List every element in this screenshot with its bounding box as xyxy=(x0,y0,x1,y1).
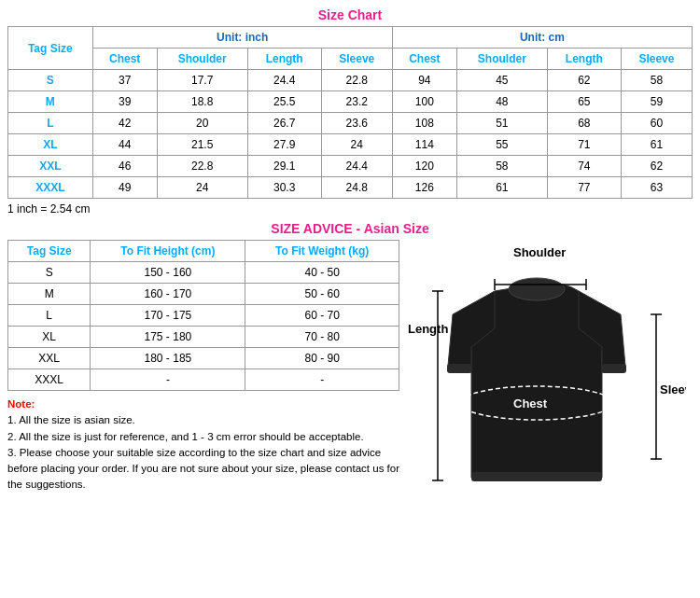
note-item: 3. Please choose your suitable size acco… xyxy=(7,445,399,494)
shoulder-text-label: Shoulder xyxy=(513,245,566,259)
advice-size-label: XL xyxy=(8,327,91,348)
garment-diagram: Length Shoulder Chest Sleeve xyxy=(406,240,686,538)
col-chest-cm: Chest xyxy=(392,49,456,70)
cm-chest: 100 xyxy=(392,91,456,113)
svg-rect-1 xyxy=(447,364,472,373)
inch-shoulder: 22.8 xyxy=(157,156,247,177)
inch-shoulder: 18.8 xyxy=(157,91,247,113)
unit-inch-header: Unit: inch xyxy=(92,27,392,49)
inch-sleeve: 24.8 xyxy=(321,177,392,199)
inch-length: 25.5 xyxy=(247,91,321,113)
advice-height: 180 - 185 xyxy=(91,348,245,369)
length-label: Length xyxy=(408,322,448,336)
advice-height: 170 - 175 xyxy=(91,305,245,327)
col-shoulder-cm: Shoulder xyxy=(456,49,547,70)
inch-chest: 42 xyxy=(92,113,157,134)
cm-chest: 114 xyxy=(392,134,456,156)
col-sleeve-inch: Sleeve xyxy=(321,49,392,70)
cm-length: 65 xyxy=(547,91,621,113)
inch-chest: 44 xyxy=(92,134,157,156)
svg-point-0 xyxy=(509,278,565,300)
advice-size-label: M xyxy=(8,284,91,305)
inch-shoulder: 24 xyxy=(157,177,247,199)
tag-size-header: Tag Size xyxy=(8,27,93,70)
garment-svg: Length Shoulder Chest Sleeve xyxy=(406,240,686,538)
cm-shoulder: 55 xyxy=(456,134,547,156)
note-item: 1. All the size is asian size. xyxy=(7,412,399,428)
advice-weight: - xyxy=(245,369,399,391)
advice-size-label: XXXL xyxy=(8,369,91,391)
inch-sleeve: 24.4 xyxy=(321,156,392,177)
size-label: L xyxy=(8,113,93,134)
inch-shoulder: 20 xyxy=(157,113,247,134)
advice-height: 160 - 170 xyxy=(91,284,245,305)
inch-length: 30.3 xyxy=(247,177,321,199)
size-label: XXXL xyxy=(8,177,93,199)
diagram-section: Length Shoulder Chest Sleeve xyxy=(399,240,693,538)
advice-weight: 40 - 50 xyxy=(245,262,399,284)
chest-text-label: Chest xyxy=(513,396,548,410)
cm-chest: 126 xyxy=(392,177,456,199)
advice-height-header: To Fit Height (cm) xyxy=(91,241,245,262)
note-item: 2. All the size is just for reference, a… xyxy=(7,429,399,445)
inch-chest: 37 xyxy=(92,70,157,91)
inch-length: 26.7 xyxy=(247,113,321,134)
advice-height: - xyxy=(91,369,245,391)
cm-chest: 108 xyxy=(392,113,456,134)
inch-sleeve: 23.6 xyxy=(321,113,392,134)
cm-length: 62 xyxy=(547,70,621,91)
cm-chest: 94 xyxy=(392,70,456,91)
note-section: Note: 1. All the size is asian size.2. A… xyxy=(7,396,399,494)
inch-chest: 39 xyxy=(92,91,157,113)
inch-note: 1 inch = 2.54 cm xyxy=(7,202,693,216)
advice-tag-size-header: Tag Size xyxy=(8,241,91,262)
cm-sleeve: 58 xyxy=(621,70,692,91)
inch-length: 29.1 xyxy=(247,156,321,177)
svg-rect-3 xyxy=(471,472,602,481)
advice-height: 150 - 160 xyxy=(91,262,245,284)
inch-sleeve: 24 xyxy=(321,134,392,156)
cm-length: 68 xyxy=(547,113,621,134)
size-label: S xyxy=(8,70,93,91)
col-length-cm: Length xyxy=(547,49,621,70)
cm-length: 71 xyxy=(547,134,621,156)
size-label: M xyxy=(8,91,93,113)
advice-weight: 60 - 70 xyxy=(245,305,399,327)
advice-size-label: L xyxy=(8,305,91,327)
advice-table: Tag Size To Fit Height (cm) To Fit Weigh… xyxy=(7,240,399,391)
inch-shoulder: 17.7 xyxy=(157,70,247,91)
inch-chest: 49 xyxy=(92,177,157,199)
col-length-inch: Length xyxy=(247,49,321,70)
inch-sleeve: 23.2 xyxy=(321,91,392,113)
cm-shoulder: 58 xyxy=(456,156,547,177)
inch-length: 24.4 xyxy=(247,70,321,91)
note-label: Note: xyxy=(7,398,35,410)
size-label: XXL xyxy=(8,156,93,177)
advice-size-label: S xyxy=(8,262,91,284)
advice-size-label: XXL xyxy=(8,348,91,369)
cm-length: 74 xyxy=(547,156,621,177)
inch-sleeve: 22.8 xyxy=(321,70,392,91)
advice-height: 175 - 180 xyxy=(91,327,245,348)
cm-chest: 120 xyxy=(392,156,456,177)
size-chart-table: Tag Size Unit: inch Unit: cm Chest Shoul… xyxy=(7,26,693,199)
left-section: Tag Size To Fit Height (cm) To Fit Weigh… xyxy=(7,240,399,538)
inch-chest: 46 xyxy=(92,156,157,177)
cm-shoulder: 48 xyxy=(456,91,547,113)
cm-sleeve: 63 xyxy=(621,177,692,199)
col-sleeve-cm: Sleeve xyxy=(621,49,692,70)
inch-length: 27.9 xyxy=(247,134,321,156)
sleeve-text-label: Sleeve xyxy=(660,382,686,396)
col-shoulder-inch: Shoulder xyxy=(157,49,247,70)
advice-weight: 70 - 80 xyxy=(245,327,399,348)
cm-sleeve: 61 xyxy=(621,134,692,156)
cm-length: 77 xyxy=(547,177,621,199)
cm-sleeve: 62 xyxy=(621,156,692,177)
advice-weight: 80 - 90 xyxy=(245,348,399,369)
advice-weight: 50 - 60 xyxy=(245,284,399,305)
advice-weight-header: To Fit Weight (kg) xyxy=(245,241,399,262)
inch-shoulder: 21.5 xyxy=(157,134,247,156)
size-advice-title: SIZE ADVICE - Asian Size xyxy=(7,221,693,236)
cm-shoulder: 51 xyxy=(456,113,547,134)
cm-sleeve: 60 xyxy=(621,113,692,134)
